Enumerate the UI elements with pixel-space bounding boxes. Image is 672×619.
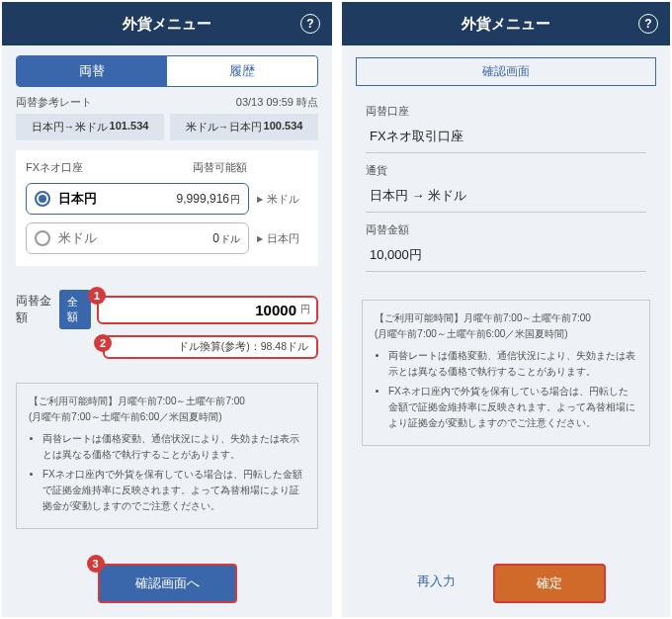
tab-history[interactable]: 履歴 — [167, 56, 317, 86]
amount-input[interactable] — [105, 302, 300, 318]
rate-usd-jpy: 米ドル→日本円 100.534 — [170, 114, 318, 140]
reenter-button[interactable]: 再入力 — [407, 564, 465, 603]
submit-button[interactable]: 確定 — [493, 564, 606, 603]
hours-notes: 【ご利用可能時間】月曜午前7:00～土曜午前7:00 (月曜午前7:00～土曜午… — [362, 300, 650, 446]
currency-usd-option[interactable]: 米ドル 0ドル — [26, 222, 249, 254]
page-title: 外貨メニュー — [123, 15, 211, 34]
help-icon[interactable]: ? — [300, 14, 320, 34]
hours-notes: 【ご利用可能時間】月曜午前7:00～土曜午前7:00 (月曜午前7:00～土曜午… — [16, 383, 318, 529]
header: 外貨メニュー ? — [2, 2, 332, 45]
conversion-ref: 2 ドル換算(参考)：98.48ドル — [103, 335, 318, 359]
marker-2: 2 — [94, 334, 112, 352]
radio-icon — [35, 191, 50, 207]
help-icon[interactable]: ? — [638, 14, 658, 34]
footer: 再入力 確定 — [342, 554, 670, 617]
amount-label: 両替金額 — [16, 293, 59, 326]
account-card: FXネオ口座 両替可能額 日本円 9,999,916円 米ドル 米ドル 0ドル … — [16, 150, 318, 266]
field-account: 両替口座 FXネオ取引口座 — [342, 98, 670, 157]
confirm-header: 確認画面 — [356, 57, 656, 86]
amount-input-wrap[interactable]: 1 円 — [97, 296, 318, 324]
tab-bar: 両替 履歴 — [2, 45, 332, 93]
marker-1: 1 — [88, 287, 106, 305]
header: 外貨メニュー ? — [342, 2, 670, 45]
confirm-button[interactable]: 確認画面へ — [98, 564, 237, 603]
page-title: 外貨メニュー — [462, 15, 550, 34]
rate-label: 両替参考レート — [16, 95, 92, 110]
to-currency: 日本円 — [249, 231, 308, 246]
to-currency: 米ドル — [249, 192, 308, 207]
field-amount: 両替金額 10,000円 — [342, 217, 670, 276]
rate-jpy-usd: 日本円→米ドル 101.534 — [16, 114, 164, 140]
marker-3: 3 — [87, 555, 105, 573]
rate-block: 両替参考レート 03/13 09:59 時点 日本円→米ドル 101.534 米… — [2, 93, 332, 150]
amount-row: 両替金額 全額 1 円 — [2, 266, 332, 331]
field-currency: 通貨 日本円 → 米ドル — [342, 157, 670, 217]
radio-icon — [35, 230, 50, 246]
footer: 3 確認画面へ — [2, 554, 332, 617]
account-label: FXネオ口座 — [26, 160, 187, 175]
currency-jpy-option[interactable]: 日本円 9,999,916円 — [26, 183, 249, 215]
exchange-input-screen: 外貨メニュー ? 両替 履歴 両替参考レート 03/13 09:59 時点 日本… — [2, 2, 332, 617]
rate-time: 03/13 09:59 時点 — [236, 95, 318, 110]
available-label: 両替可能額 — [187, 160, 308, 175]
exchange-confirm-screen: 外貨メニュー ? 確認画面 両替口座 FXネオ取引口座 通貨 日本円 → 米ドル… — [342, 2, 670, 617]
full-amount-button[interactable]: 全額 — [59, 290, 92, 329]
tab-exchange[interactable]: 両替 — [17, 56, 167, 86]
